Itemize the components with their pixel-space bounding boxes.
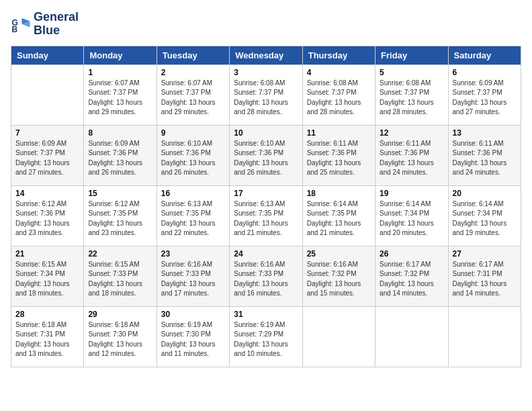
logo: G B General Blue <box>11 11 79 38</box>
calendar-cell: 19Sunrise: 6:14 AM Sunset: 7:34 PM Dayli… <box>375 185 448 246</box>
calendar-cell: 11Sunrise: 6:11 AM Sunset: 7:36 PM Dayli… <box>302 125 375 185</box>
weekday-header-thursday: Thursday <box>302 46 375 64</box>
day-number: 26 <box>380 249 443 259</box>
week-row-4: 21Sunrise: 6:15 AM Sunset: 7:34 PM Dayli… <box>11 246 521 306</box>
calendar-cell: 18Sunrise: 6:14 AM Sunset: 7:35 PM Dayli… <box>302 185 375 246</box>
day-number: 15 <box>88 189 152 198</box>
day-number: 14 <box>15 189 79 198</box>
day-info: Sunrise: 6:17 AM Sunset: 7:31 PM Dayligh… <box>453 260 517 299</box>
weekday-header-tuesday: Tuesday <box>157 46 229 64</box>
day-number: 6 <box>453 68 517 77</box>
calendar-cell: 30Sunrise: 6:19 AM Sunset: 7:30 PM Dayli… <box>157 306 229 367</box>
day-number: 8 <box>88 128 152 138</box>
day-info: Sunrise: 6:13 AM Sunset: 7:35 PM Dayligh… <box>161 199 225 238</box>
day-number: 3 <box>234 68 298 77</box>
day-info: Sunrise: 6:17 AM Sunset: 7:32 PM Dayligh… <box>380 260 443 299</box>
day-info: Sunrise: 6:07 AM Sunset: 7:37 PM Dayligh… <box>88 79 152 118</box>
calendar-cell: 28Sunrise: 6:18 AM Sunset: 7:31 PM Dayli… <box>11 306 84 367</box>
day-number: 16 <box>161 189 225 198</box>
weekday-header-wednesday: Wednesday <box>230 46 302 64</box>
day-number: 9 <box>161 128 225 138</box>
calendar-cell: 1Sunrise: 6:07 AM Sunset: 7:37 PM Daylig… <box>84 64 157 125</box>
day-number: 5 <box>380 68 443 77</box>
day-info: Sunrise: 6:16 AM Sunset: 7:32 PM Dayligh… <box>307 260 371 299</box>
day-number: 28 <box>15 310 79 319</box>
calendar-cell: 29Sunrise: 6:18 AM Sunset: 7:30 PM Dayli… <box>84 306 157 367</box>
calendar-body: 1Sunrise: 6:07 AM Sunset: 7:37 PM Daylig… <box>11 64 521 367</box>
week-row-2: 7Sunrise: 6:09 AM Sunset: 7:37 PM Daylig… <box>11 125 521 185</box>
day-info: Sunrise: 6:08 AM Sunset: 7:37 PM Dayligh… <box>307 79 371 118</box>
day-number: 21 <box>15 249 79 259</box>
weekday-header-sunday: Sunday <box>11 46 84 64</box>
day-info: Sunrise: 6:19 AM Sunset: 7:29 PM Dayligh… <box>234 320 298 359</box>
day-number: 20 <box>453 189 517 198</box>
calendar-cell: 10Sunrise: 6:10 AM Sunset: 7:36 PM Dayli… <box>230 125 302 185</box>
day-info: Sunrise: 6:14 AM Sunset: 7:34 PM Dayligh… <box>380 199 443 238</box>
day-info: Sunrise: 6:11 AM Sunset: 7:36 PM Dayligh… <box>380 139 443 178</box>
calendar-cell <box>448 306 521 367</box>
day-info: Sunrise: 6:08 AM Sunset: 7:37 PM Dayligh… <box>380 79 443 118</box>
day-info: Sunrise: 6:13 AM Sunset: 7:35 PM Dayligh… <box>234 199 298 238</box>
week-row-1: 1Sunrise: 6:07 AM Sunset: 7:37 PM Daylig… <box>11 64 521 125</box>
calendar-cell <box>302 306 375 367</box>
calendar-cell: 26Sunrise: 6:17 AM Sunset: 7:32 PM Dayli… <box>375 246 448 306</box>
day-number: 25 <box>307 249 371 259</box>
day-number: 10 <box>234 128 298 138</box>
weekday-header-saturday: Saturday <box>448 46 521 64</box>
calendar-cell: 9Sunrise: 6:10 AM Sunset: 7:36 PM Daylig… <box>157 125 229 185</box>
day-info: Sunrise: 6:10 AM Sunset: 7:36 PM Dayligh… <box>161 139 225 178</box>
day-info: Sunrise: 6:09 AM Sunset: 7:37 PM Dayligh… <box>453 79 517 118</box>
day-number: 31 <box>234 310 298 319</box>
calendar-cell: 24Sunrise: 6:16 AM Sunset: 7:33 PM Dayli… <box>230 246 302 306</box>
day-number: 27 <box>453 249 517 259</box>
calendar-cell: 23Sunrise: 6:16 AM Sunset: 7:33 PM Dayli… <box>157 246 229 306</box>
day-number: 30 <box>161 310 225 319</box>
calendar-cell: 14Sunrise: 6:12 AM Sunset: 7:36 PM Dayli… <box>11 185 84 246</box>
svg-text:B: B <box>12 25 18 34</box>
day-info: Sunrise: 6:09 AM Sunset: 7:36 PM Dayligh… <box>88 139 152 178</box>
day-number: 13 <box>453 128 517 138</box>
calendar-cell: 16Sunrise: 6:13 AM Sunset: 7:35 PM Dayli… <box>157 185 229 246</box>
day-info: Sunrise: 6:08 AM Sunset: 7:37 PM Dayligh… <box>234 79 298 118</box>
day-info: Sunrise: 6:18 AM Sunset: 7:30 PM Dayligh… <box>88 320 152 359</box>
day-info: Sunrise: 6:12 AM Sunset: 7:36 PM Dayligh… <box>15 199 79 238</box>
day-number: 29 <box>88 310 152 319</box>
page-header: G B General Blue <box>11 11 521 38</box>
logo-text: General Blue <box>34 11 79 38</box>
day-info: Sunrise: 6:19 AM Sunset: 7:30 PM Dayligh… <box>161 320 225 359</box>
day-number: 12 <box>380 128 443 138</box>
calendar-cell: 27Sunrise: 6:17 AM Sunset: 7:31 PM Dayli… <box>448 246 521 306</box>
day-number: 2 <box>161 68 225 77</box>
day-info: Sunrise: 6:18 AM Sunset: 7:31 PM Dayligh… <box>15 320 79 359</box>
day-info: Sunrise: 6:10 AM Sunset: 7:36 PM Dayligh… <box>234 139 298 178</box>
calendar-cell: 15Sunrise: 6:12 AM Sunset: 7:35 PM Dayli… <box>84 185 157 246</box>
day-info: Sunrise: 6:14 AM Sunset: 7:34 PM Dayligh… <box>453 199 517 238</box>
day-info: Sunrise: 6:16 AM Sunset: 7:33 PM Dayligh… <box>161 260 225 299</box>
calendar-cell: 21Sunrise: 6:15 AM Sunset: 7:34 PM Dayli… <box>11 246 84 306</box>
calendar-header: SundayMondayTuesdayWednesdayThursdayFrid… <box>11 46 521 64</box>
calendar-cell: 4Sunrise: 6:08 AM Sunset: 7:37 PM Daylig… <box>302 64 375 125</box>
day-number: 24 <box>234 249 298 259</box>
calendar-cell: 8Sunrise: 6:09 AM Sunset: 7:36 PM Daylig… <box>84 125 157 185</box>
day-number: 23 <box>161 249 225 259</box>
day-number: 7 <box>15 128 79 138</box>
day-number: 18 <box>307 189 371 198</box>
day-number: 22 <box>88 249 152 259</box>
calendar-cell: 6Sunrise: 6:09 AM Sunset: 7:37 PM Daylig… <box>448 64 521 125</box>
calendar-cell: 13Sunrise: 6:11 AM Sunset: 7:36 PM Dayli… <box>448 125 521 185</box>
day-info: Sunrise: 6:11 AM Sunset: 7:36 PM Dayligh… <box>307 139 371 178</box>
day-number: 4 <box>307 68 371 77</box>
day-number: 17 <box>234 189 298 198</box>
calendar-cell: 2Sunrise: 6:07 AM Sunset: 7:37 PM Daylig… <box>157 64 229 125</box>
logo-icon: G B <box>11 14 31 34</box>
calendar-cell: 17Sunrise: 6:13 AM Sunset: 7:35 PM Dayli… <box>230 185 302 246</box>
calendar-cell: 5Sunrise: 6:08 AM Sunset: 7:37 PM Daylig… <box>375 64 448 125</box>
calendar-cell <box>11 64 84 125</box>
calendar-cell: 20Sunrise: 6:14 AM Sunset: 7:34 PM Dayli… <box>448 185 521 246</box>
calendar-cell: 12Sunrise: 6:11 AM Sunset: 7:36 PM Dayli… <box>375 125 448 185</box>
day-info: Sunrise: 6:12 AM Sunset: 7:35 PM Dayligh… <box>88 199 152 238</box>
calendar-cell: 31Sunrise: 6:19 AM Sunset: 7:29 PM Dayli… <box>230 306 302 367</box>
calendar-cell: 7Sunrise: 6:09 AM Sunset: 7:37 PM Daylig… <box>11 125 84 185</box>
weekday-header-friday: Friday <box>375 46 448 64</box>
day-info: Sunrise: 6:07 AM Sunset: 7:37 PM Dayligh… <box>161 79 225 118</box>
